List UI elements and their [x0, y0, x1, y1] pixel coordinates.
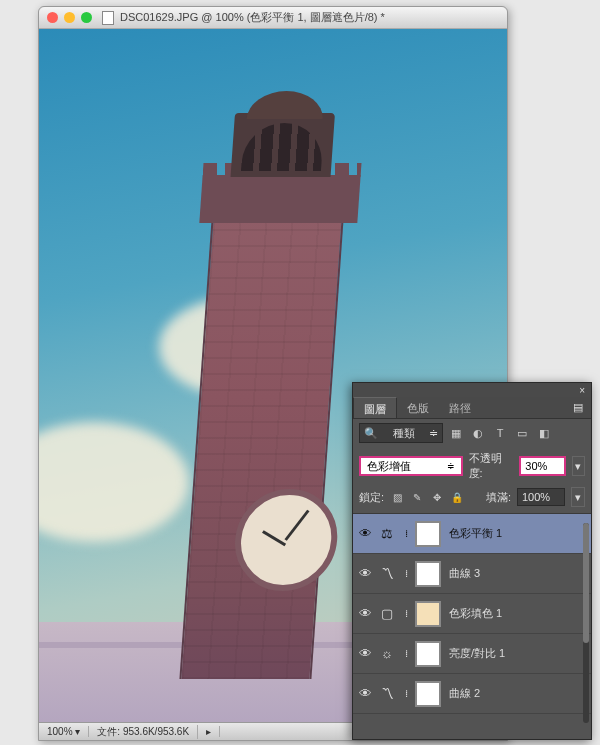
smart-filter-icon[interactable]: ◧: [537, 426, 551, 440]
panel-menu-icon[interactable]: ▤: [565, 397, 591, 418]
visibility-toggle[interactable]: 👁: [357, 526, 373, 541]
visibility-toggle[interactable]: 👁: [357, 566, 373, 581]
kind-select[interactable]: 🔍種類≑: [359, 423, 443, 443]
panel-header[interactable]: ×: [353, 383, 591, 397]
adjustment-filter-icon[interactable]: ◐: [471, 426, 485, 440]
panel-tabs: 圖層 色版 路徑 ▤: [353, 397, 591, 419]
tab-channels[interactable]: 色版: [397, 397, 439, 418]
fill-stepper[interactable]: ▾: [571, 487, 585, 507]
filter-icons: ▦ ◐ T ▭ ◧: [449, 426, 551, 440]
titlebar: DSC01629.JPG @ 100% (色彩平衡 1, 圖層遮色片/8) *: [39, 7, 507, 29]
status-menu-icon[interactable]: ▸: [198, 726, 220, 737]
lock-brush-icon[interactable]: ✎: [410, 490, 424, 504]
layer-name[interactable]: 曲線 3: [445, 566, 587, 581]
link-icon: ⁞: [401, 608, 411, 619]
document-icon: [102, 11, 114, 25]
layer-row[interactable]: 👁⚖⁞色彩平衡 1: [353, 514, 591, 554]
scrollbar[interactable]: [583, 523, 589, 723]
layer-row[interactable]: 👁☼⁞亮度/對比 1: [353, 634, 591, 674]
fill-input[interactable]: 100%: [517, 488, 565, 506]
adjustment-icon: ⚖: [377, 524, 397, 544]
mask-thumbnail[interactable]: [415, 641, 441, 667]
filter-row: 🔍種類≑ ▦ ◐ T ▭ ◧: [353, 419, 591, 447]
mask-thumbnail[interactable]: [415, 601, 441, 627]
adjustment-icon: ☼: [377, 644, 397, 664]
layer-row[interactable]: 👁〽⁞曲線 3: [353, 554, 591, 594]
lock-pixels-icon[interactable]: ▨: [390, 490, 404, 504]
image-filter-icon[interactable]: ▦: [449, 426, 463, 440]
minimize-window-button[interactable]: [64, 12, 75, 23]
window-controls: [47, 12, 92, 23]
mask-thumbnail[interactable]: [415, 681, 441, 707]
fill-label: 填滿:: [486, 490, 511, 505]
panel-close-icon[interactable]: ×: [579, 385, 585, 396]
adjustment-icon: ▢: [377, 604, 397, 624]
visibility-toggle[interactable]: 👁: [357, 606, 373, 621]
zoom-level[interactable]: 100% ▾: [39, 726, 89, 737]
blend-row: 色彩增值≑ 不透明度: 30% ▾: [353, 447, 591, 485]
layer-name[interactable]: 色彩填色 1: [445, 606, 587, 621]
layer-name[interactable]: 亮度/對比 1: [445, 646, 587, 661]
adjustment-icon: 〽: [377, 684, 397, 704]
link-icon: ⁞: [401, 528, 411, 539]
shape-filter-icon[interactable]: ▭: [515, 426, 529, 440]
lock-move-icon[interactable]: ✥: [430, 490, 444, 504]
zoom-window-button[interactable]: [81, 12, 92, 23]
lock-label: 鎖定:: [359, 490, 384, 505]
mask-thumbnail[interactable]: [415, 521, 441, 547]
layer-row[interactable]: 👁〽⁞曲線 2: [353, 674, 591, 714]
link-icon: ⁞: [401, 688, 411, 699]
opacity-stepper[interactable]: ▾: [572, 456, 585, 476]
link-icon: ⁞: [401, 568, 411, 579]
blend-mode-select[interactable]: 色彩增值≑: [359, 456, 463, 476]
layers-list: 👁⚖⁞色彩平衡 1👁〽⁞曲線 3👁▢⁞色彩填色 1👁☼⁞亮度/對比 1👁〽⁞曲線…: [353, 514, 591, 734]
file-size: 文件: 953.6K/953.6K: [89, 725, 198, 739]
scrollbar-thumb[interactable]: [583, 523, 589, 643]
type-filter-icon[interactable]: T: [493, 426, 507, 440]
zoom-menu-icon[interactable]: ▾: [75, 726, 80, 737]
link-icon: ⁞: [401, 648, 411, 659]
visibility-toggle[interactable]: 👁: [357, 686, 373, 701]
close-window-button[interactable]: [47, 12, 58, 23]
opacity-label: 不透明度:: [469, 451, 514, 481]
opacity-input[interactable]: 30%: [519, 456, 565, 476]
mask-thumbnail[interactable]: [415, 561, 441, 587]
tab-layers[interactable]: 圖層: [353, 397, 397, 418]
window-title: DSC01629.JPG @ 100% (色彩平衡 1, 圖層遮色片/8) *: [120, 10, 385, 25]
tab-paths[interactable]: 路徑: [439, 397, 481, 418]
layer-row[interactable]: 👁▢⁞色彩填色 1: [353, 594, 591, 634]
layer-name[interactable]: 色彩平衡 1: [445, 526, 587, 541]
lock-row: 鎖定: ▨ ✎ ✥ 🔒 填滿: 100% ▾: [353, 485, 591, 514]
layers-panel: × 圖層 色版 路徑 ▤ 🔍種類≑ ▦ ◐ T ▭ ◧ 色彩增值≑ 不透明度: …: [352, 382, 592, 740]
visibility-toggle[interactable]: 👁: [357, 646, 373, 661]
adjustment-icon: 〽: [377, 564, 397, 584]
layer-name[interactable]: 曲線 2: [445, 686, 587, 701]
lock-all-icon[interactable]: 🔒: [450, 490, 464, 504]
